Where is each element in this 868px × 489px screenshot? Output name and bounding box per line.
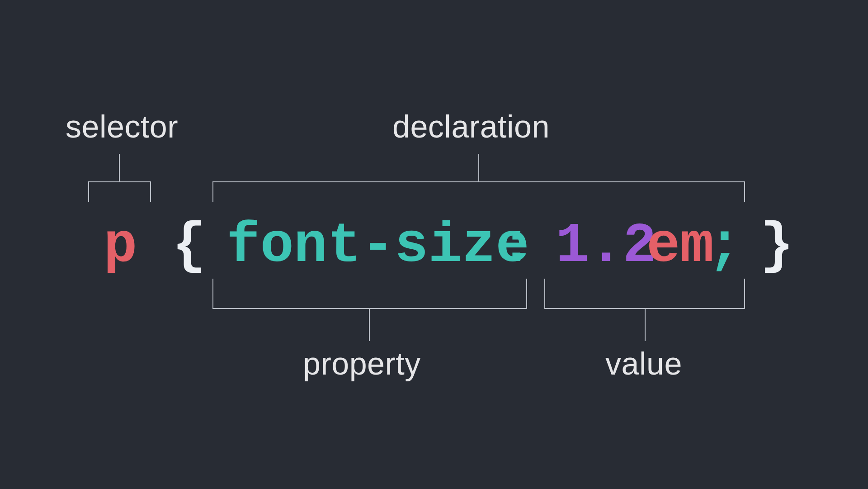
code-line: p { font-size : 1.2 em ; }	[0, 210, 868, 282]
label-declaration: declaration	[392, 109, 550, 145]
token-colon: :	[500, 210, 533, 282]
token-unit: em	[646, 210, 714, 282]
label-value: value	[605, 346, 682, 382]
token-property: font-size	[226, 210, 529, 282]
bracket-value	[545, 279, 745, 341]
token-number: 1.2	[556, 210, 656, 282]
bracket-property	[213, 279, 527, 341]
label-property: property	[303, 346, 421, 382]
label-selector: selector	[66, 109, 178, 145]
token-open-brace: {	[172, 210, 206, 282]
token-selector: p	[104, 210, 137, 282]
bracket-selector	[89, 154, 151, 202]
token-close-brace: }	[760, 210, 793, 282]
bracket-declaration	[213, 154, 745, 202]
token-semicolon: ;	[708, 210, 741, 282]
